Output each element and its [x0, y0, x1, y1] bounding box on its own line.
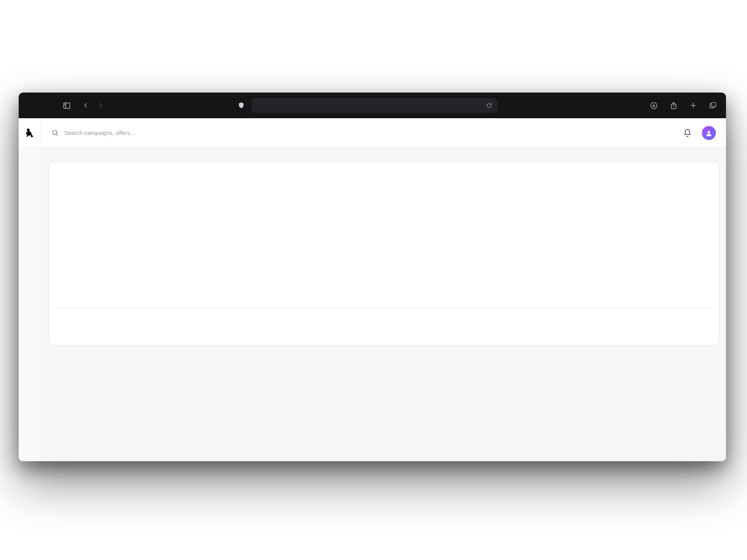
user-icon — [705, 129, 713, 137]
dog-logo-icon — [24, 127, 36, 139]
plus-icon — [689, 102, 697, 109]
chevron-right-icon — [97, 102, 105, 109]
back-icon[interactable] — [82, 102, 89, 109]
reload-icon[interactable] — [486, 102, 493, 109]
forward-icon[interactable] — [97, 102, 105, 109]
app-logo[interactable] — [19, 118, 41, 147]
browser-window: Search campaigns, offers... — [19, 93, 726, 461]
traffic-chart-card — [49, 163, 719, 345]
user-icon — [705, 129, 713, 137]
search-icon — [51, 129, 59, 136]
zoom-window-button[interactable] — [46, 103, 51, 108]
download-circle-icon — [650, 102, 658, 110]
share-up-icon — [670, 102, 678, 110]
window-controls — [28, 103, 51, 108]
app-header: Search campaigns, offers... — [19, 118, 726, 148]
new-tab-icon[interactable] — [689, 102, 697, 109]
share-icon[interactable] — [670, 102, 678, 110]
search-icon — [51, 129, 59, 136]
screenshot-stage: { "browser": { "url_value": "", "traffic… — [0, 0, 747, 560]
avatar[interactable] — [702, 126, 716, 140]
search-input[interactable]: Search campaigns, offers... — [51, 129, 683, 136]
bell-icon — [683, 129, 692, 137]
chevron-left-icon — [82, 102, 89, 109]
line-chart[interactable] — [56, 168, 712, 305]
tab-overview-icon[interactable] — [709, 102, 717, 109]
chart-legend — [56, 308, 712, 327]
sb-toggle-icon — [63, 102, 71, 110]
minimize-window-button[interactable] — [37, 103, 42, 108]
main-content — [41, 148, 726, 461]
dog-icon — [24, 127, 36, 139]
close-window-button[interactable] — [28, 103, 33, 108]
shield-icon — [237, 102, 245, 109]
bell-icon[interactable] — [683, 129, 692, 137]
sidebar — [19, 148, 41, 461]
downloads-icon[interactable] — [650, 102, 658, 110]
reload-icon — [486, 102, 493, 109]
search-placeholder: Search campaigns, offers... — [64, 130, 135, 136]
tabs-icon — [709, 102, 717, 109]
url-bar[interactable] — [251, 98, 497, 113]
shield-icon[interactable] — [237, 102, 245, 109]
browser-titlebar — [19, 93, 726, 118]
browser-sidebar-toggle-icon[interactable] — [63, 102, 71, 110]
